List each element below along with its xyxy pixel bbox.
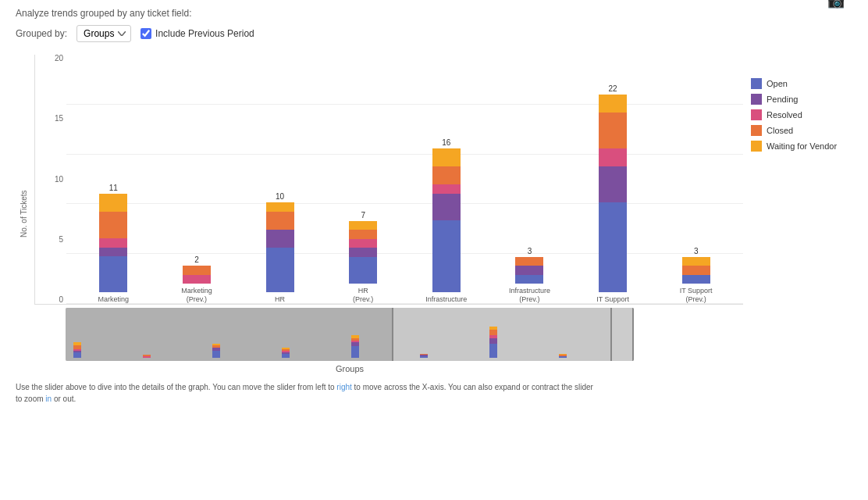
mini-bar-group-3 <box>282 348 349 358</box>
bar-seg-open-3 <box>349 257 377 284</box>
legend-label-pending: Pending <box>767 95 798 104</box>
bar-xlabel-6: IT Support <box>596 295 629 304</box>
y-ticks: 05101520 <box>35 55 66 304</box>
bar-seg-pending-6 <box>599 166 627 202</box>
y-tick-0: 0 <box>35 296 66 304</box>
bar-seg-resolved-3 <box>349 239 377 248</box>
bar-xlabel-5: Infrastructure(Prev.) <box>509 287 550 304</box>
bar-stack-2 <box>266 202 294 292</box>
mini-seg-open-2 <box>212 351 220 358</box>
legend-item-waiting_for_vendor: Waiting for Vendor <box>751 141 845 152</box>
bar-seg-pending-0 <box>99 248 127 257</box>
grouped-by-label: Grouped by: <box>16 28 67 39</box>
mini-bar-stack-2 <box>212 344 220 358</box>
instruction-text: Analyze trends grouped by any ticket fie… <box>16 8 852 19</box>
bar-seg-pending-4 <box>432 194 461 221</box>
bar-group-3: 7HR(Prev.) <box>324 211 403 304</box>
bar-seg-closed-2 <box>266 212 294 230</box>
bar-stack-5 <box>515 257 543 284</box>
bar-xlabel-7: IT Support(Prev.) <box>680 287 713 304</box>
legend-item-pending: Pending <box>751 94 845 105</box>
mini-seg-open-7 <box>559 356 567 358</box>
mini-seg-open-4 <box>351 346 359 358</box>
bar-total-6: 22 <box>609 84 617 93</box>
y-tick-20: 20 <box>35 55 66 62</box>
legend-label-waiting_for_vendor: Waiting for Vendor <box>767 141 837 151</box>
bar-seg-open-5 <box>515 275 543 284</box>
mini-bar-group-5 <box>420 354 487 358</box>
bar-seg-waiting_for_vendor-3 <box>349 221 377 230</box>
bar-total-4: 16 <box>442 138 450 147</box>
bar-seg-resolved-0 <box>99 238 127 248</box>
legend-label-open: Open <box>767 79 788 88</box>
bar-seg-closed-1 <box>183 266 211 275</box>
bar-seg-open-0 <box>99 256 127 292</box>
mini-bar-group-4 <box>351 335 418 358</box>
mini-seg-pending-6 <box>489 338 497 344</box>
mini-bar-stack-0 <box>73 342 81 358</box>
bar-seg-pending-3 <box>349 248 377 257</box>
bar-stack-7 <box>682 257 710 284</box>
bar-seg-waiting_for_vendor-2 <box>266 202 294 212</box>
y-tick-15: 15 <box>35 115 66 123</box>
mini-bar-stack-4 <box>351 335 359 358</box>
bar-stack-4 <box>432 148 461 292</box>
bar-seg-waiting_for_vendor-6 <box>599 95 627 112</box>
bar-total-7: 3 <box>694 247 699 255</box>
legend-swatch-pending <box>751 94 762 105</box>
footer-link-right[interactable]: right <box>336 383 351 391</box>
bar-total-0: 11 <box>109 184 118 192</box>
mini-bar-stack-5 <box>420 354 428 358</box>
mini-seg-open-5 <box>420 356 428 358</box>
bar-seg-waiting_for_vendor-7 <box>682 257 710 266</box>
bar-seg-pending-2 <box>266 230 294 248</box>
bar-group-0: 11Marketing <box>74 184 153 304</box>
bar-group-1: 2Marketing(Prev.) <box>158 255 237 304</box>
legend-item-resolved: Resolved <box>751 109 845 120</box>
include-previous-period-checkbox[interactable] <box>141 28 151 39</box>
bars-container: 11Marketing2Marketing(Prev.)10HR7HR(Prev… <box>66 55 743 304</box>
overview-chart[interactable] <box>66 308 634 361</box>
chart-area: No. of Tickets 05101520 11Marketing2Mark… <box>16 55 852 373</box>
bar-group-6: 22IT Support <box>574 84 653 304</box>
bar-seg-closed-0 <box>99 212 127 239</box>
legend-label-closed: Closed <box>767 126 793 135</box>
mini-bar-group-7 <box>559 354 626 358</box>
bar-xlabel-0: Marketing <box>98 295 130 304</box>
bar-seg-open-2 <box>266 248 294 293</box>
legend-swatch-waiting_for_vendor <box>751 141 762 152</box>
main-chart: 05101520 11Marketing2Marketing(Prev.)10H… <box>34 55 743 305</box>
footer-text: Use the slider above to dive into the de… <box>16 381 593 405</box>
bar-xlabel-4: Infrastructure <box>425 295 467 304</box>
bar-seg-closed-7 <box>682 266 710 275</box>
grouped-by-select[interactable]: Groups <box>76 25 131 42</box>
bar-group-4: 16Infrastructure <box>407 138 486 304</box>
legend-swatch-open <box>751 78 762 89</box>
bar-group-5: 3Infrastructure(Prev.) <box>490 247 569 304</box>
y-tick-5: 5 <box>35 236 66 244</box>
mini-bar-group-0 <box>73 342 141 358</box>
bar-xlabel-1: Marketing(Prev.) <box>181 287 212 304</box>
legend-swatch-resolved <box>751 109 762 120</box>
bar-seg-closed-3 <box>349 230 377 239</box>
mini-bars <box>73 323 626 358</box>
footer-link-in[interactable]: in <box>45 395 52 403</box>
bar-total-1: 2 <box>194 255 199 264</box>
bar-seg-open-6 <box>599 202 627 292</box>
bar-xlabel-3: HR(Prev.) <box>353 287 373 304</box>
legend-label-resolved: Resolved <box>767 110 802 120</box>
bar-seg-resolved-4 <box>432 184 461 194</box>
bar-stack-6 <box>599 95 627 292</box>
mini-bar-stack-6 <box>489 327 497 358</box>
include-previous-period-label[interactable]: Include Previous Period <box>141 28 254 39</box>
camera-icon[interactable]: 📷 <box>827 0 845 9</box>
bar-seg-open-4 <box>432 220 461 292</box>
bar-seg-open-7 <box>682 275 710 284</box>
controls-row: Grouped by: Groups Include Previous Peri… <box>16 25 852 42</box>
mini-bar-stack-7 <box>559 354 567 358</box>
mini-bar-group-1 <box>143 355 210 358</box>
x-axis-label: Groups <box>66 364 634 373</box>
bar-seg-resolved-6 <box>599 148 627 166</box>
bar-stack-3 <box>349 221 377 284</box>
chart-and-legend: 05101520 11Marketing2Marketing(Prev.)10H… <box>34 55 852 373</box>
